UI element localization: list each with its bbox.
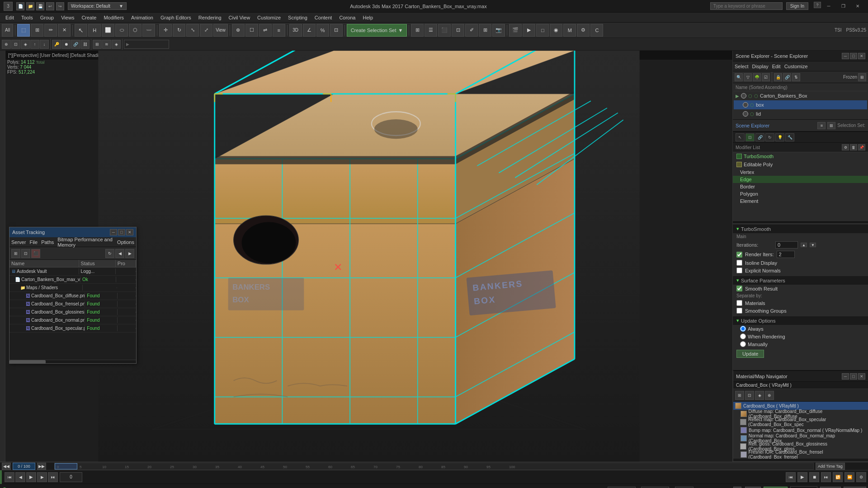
at-row-specular[interactable]: 🖼 Cardboard_Box_specular.png Found <box>9 324 136 333</box>
t2-unlink-btn[interactable]: ⛓ <box>80 40 90 49</box>
reference-btn[interactable]: ☐ <box>245 24 258 37</box>
ts-render-iters-check[interactable] <box>736 252 742 258</box>
at-menu-file[interactable]: File <box>29 239 38 245</box>
array-btn[interactable]: ⊞ <box>479 24 491 37</box>
menu-item-civil-view[interactable]: Civil View <box>225 13 254 23</box>
se-sort-btn[interactable]: ⇅ <box>792 73 800 81</box>
ts-update-btn[interactable]: Update <box>736 350 764 358</box>
at-nav-next[interactable]: ▶ <box>125 249 134 258</box>
render-btn[interactable]: ▶ <box>523 24 535 37</box>
pivot-btn[interactable]: ⊕ <box>232 24 245 37</box>
mat-row-fresnel[interactable]: Fresnel IOR: Cardboard_Box_frensel (Card… <box>733 450 868 459</box>
se-search-btn[interactable]: 🔍 <box>735 73 743 81</box>
select-region-btn[interactable]: ⬚ <box>17 24 30 37</box>
lasso-select-btn[interactable]: 〰 <box>142 24 155 37</box>
anim-play[interactable]: ▶ <box>26 472 36 482</box>
menu-item-scripting[interactable]: Scripting <box>284 13 311 23</box>
t2-keying-btn[interactable]: 🔑 <box>52 40 61 49</box>
select-by-name-btn[interactable]: H <box>88 24 101 37</box>
t2-btn2[interactable]: ⊡ <box>11 40 20 49</box>
at-minimize-btn[interactable]: ─ <box>110 229 117 235</box>
ts-always-radio[interactable] <box>740 326 746 332</box>
active-shade-btn[interactable]: ◉ <box>550 24 562 37</box>
at-row-diffuse[interactable]: 🖼 Cardboard_Box_diffuse.png Found <box>9 292 136 300</box>
mat-nav-close[interactable]: ✕ <box>858 373 865 380</box>
se-item-box[interactable]: ⬡ box <box>734 100 867 109</box>
ts-smooth-check[interactable] <box>736 286 742 291</box>
menu-item-animation[interactable]: Animation <box>127 13 157 23</box>
minimize-btn[interactable]: ─ <box>822 2 835 11</box>
move-btn[interactable]: ✛ <box>159 24 172 37</box>
undo-btn[interactable]: ↩ <box>46 2 54 10</box>
corona-btn[interactable]: C <box>590 24 603 37</box>
wire-color-btn[interactable]: ⬛ <box>438 24 451 37</box>
render-setup-btn[interactable]: ⚙ <box>577 24 590 37</box>
window-crossing-btn[interactable]: ⊞ <box>31 24 43 37</box>
pb-stop[interactable]: ⏹ <box>809 472 819 482</box>
t2-param-btn[interactable]: ≋ <box>102 40 111 49</box>
mod-pin-btn[interactable]: 📌 <box>858 144 865 150</box>
material-editor-btn[interactable]: M <box>563 24 576 37</box>
se-sel-btn[interactable]: ☑ <box>762 73 770 81</box>
anim-goto-end[interactable]: ⏭ <box>48 472 58 482</box>
se-menu-edit[interactable]: Edit <box>772 64 781 69</box>
menu-item-graph-editors[interactable]: Graph Editors <box>157 13 195 23</box>
3d-snap-btn[interactable]: 3D <box>289 24 302 37</box>
mod-item-turbosmooth[interactable]: TurboSmooth <box>733 152 868 160</box>
pb-key-btn[interactable]: ⏮ <box>786 472 796 482</box>
anim-prev-frame[interactable]: ◀ <box>15 472 25 482</box>
ts-always-row[interactable]: Always <box>733 325 868 333</box>
t2-btn1[interactable]: ⊕ <box>2 40 11 49</box>
menu-item-customize[interactable]: Customize <box>254 13 284 23</box>
at-tool2[interactable]: ⊡ <box>21 249 30 258</box>
se-footer-btn1[interactable]: ≡ <box>817 122 826 129</box>
timeline-track[interactable]: 0 5 10 15 20 25 30 35 40 45 50 55 60 65 … <box>54 463 814 470</box>
sub-vertex[interactable]: Vertex <box>733 169 868 176</box>
mod-panel-util-icon[interactable]: 🔧 <box>785 133 794 141</box>
mirror-btn[interactable]: ⇌ <box>259 24 272 37</box>
at-refresh-btn[interactable]: ↻ <box>105 249 114 258</box>
paint-select-btn[interactable]: ✏ <box>44 24 57 37</box>
mat-nav-t3[interactable]: ◈ <box>755 391 764 400</box>
create-selection-btn[interactable]: Create Selection Set ▼ <box>347 24 407 37</box>
se-item-lid[interactable]: ⬡ lid <box>734 109 867 118</box>
ts-iter-up[interactable]: ▲ <box>801 243 807 247</box>
sign-in-btn[interactable]: Sign In <box>786 2 808 10</box>
menu-item-views[interactable]: Views <box>57 13 78 23</box>
anim-goto-start[interactable]: ⏮ <box>5 472 14 482</box>
mod-panel-hier-icon[interactable]: 🔗 <box>755 133 764 141</box>
percent-snap-btn[interactable]: % <box>316 24 329 37</box>
ts-iterations-input[interactable] <box>775 241 798 249</box>
ts-section-header[interactable]: ▾ TurboSmooth <box>733 225 868 233</box>
mod-item-epoly[interactable]: Editable Poly <box>733 160 868 169</box>
at-menu-paths[interactable]: Paths <box>41 239 54 245</box>
menu-item-rendering[interactable]: Rendering <box>195 13 225 23</box>
se-close-btn[interactable]: ✕ <box>858 53 865 59</box>
se-lock-btn[interactable]: 🔒 <box>774 73 782 81</box>
se-eye-lid[interactable] <box>743 111 748 117</box>
restore-btn[interactable]: ❐ <box>836 2 850 11</box>
se-eye-carton[interactable] <box>741 93 746 99</box>
se-eye-box[interactable] <box>743 102 748 108</box>
layer-btn[interactable]: ☰ <box>425 24 437 37</box>
ts-explicit-row[interactable]: Explicit Normals <box>733 267 868 274</box>
ts-isoline-check[interactable] <box>736 260 742 266</box>
mat-nav-t4[interactable]: ⊕ <box>765 391 774 400</box>
render-scene-btn[interactable]: 🎬 <box>509 24 522 37</box>
at-row-maps[interactable]: 📁 Maps / Shaders <box>9 284 136 292</box>
sub-edge[interactable]: Edge <box>733 176 868 183</box>
t2-btn4[interactable]: ↑ <box>30 40 39 49</box>
asset-tracking-header[interactable]: Asset Tracking ─ □ ✕ <box>9 227 136 237</box>
at-row-vault[interactable]: 🖥 Autodesk Vault Logg... <box>9 267 136 276</box>
t2-btn5[interactable]: ↓ <box>40 40 49 49</box>
menu-item-tools[interactable]: Tools <box>18 13 37 23</box>
at-row-normal[interactable]: 🖼 Cardboard_Box_normal.png Found <box>9 316 136 324</box>
ts-update-header[interactable]: ▾ Update Options <box>733 316 868 325</box>
redo-btn[interactable]: ↪ <box>56 2 64 10</box>
time-prev-btn[interactable]: ◀◀ <box>2 463 11 470</box>
mat-nav-t2[interactable]: ⊡ <box>745 391 754 400</box>
pb-settings[interactable]: ⚙ <box>856 472 866 482</box>
at-col-status[interactable]: Status <box>79 260 116 267</box>
help-btn[interactable]: ? <box>814 2 821 8</box>
mod-panel-sel-icon[interactable]: ↖ <box>736 133 745 141</box>
